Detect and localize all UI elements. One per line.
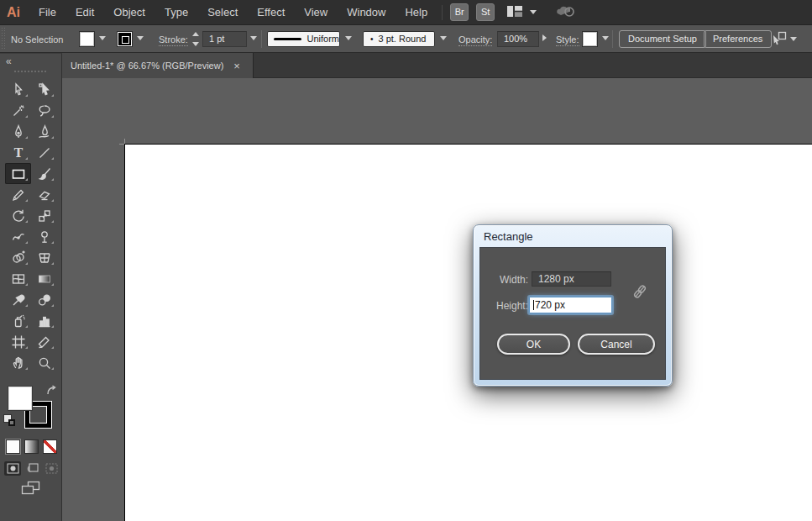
cancel-button[interactable]: Cancel bbox=[578, 334, 655, 355]
stroke-profile-chevron-icon[interactable] bbox=[345, 36, 352, 40]
stroke-weight-chevron-icon[interactable] bbox=[250, 36, 257, 40]
bridge-button[interactable]: Br bbox=[450, 3, 469, 21]
menu-window[interactable]: Window bbox=[343, 4, 390, 20]
eyedropper-tool[interactable] bbox=[5, 289, 31, 310]
brush-value: 3 pt. Round bbox=[379, 32, 427, 46]
hand-tool[interactable] bbox=[5, 352, 31, 373]
shape-builder-tool[interactable] bbox=[5, 247, 31, 268]
chevron-down-icon[interactable] bbox=[790, 37, 797, 41]
cc-sync-icon[interactable] bbox=[556, 4, 574, 21]
fill-indicator-swatch[interactable] bbox=[9, 387, 31, 409]
pencil-tool[interactable] bbox=[5, 184, 31, 205]
pen-tool[interactable] bbox=[5, 121, 31, 142]
fill-color-chevron-icon[interactable] bbox=[99, 36, 106, 40]
none-swatch-button[interactable] bbox=[43, 439, 57, 454]
menu-effect[interactable]: Effect bbox=[253, 4, 289, 20]
stroke-profile-combo[interactable]: Uniform bbox=[267, 31, 340, 47]
chevron-down-icon[interactable] bbox=[530, 10, 537, 14]
tools-panel: « T bbox=[0, 53, 62, 521]
brush-combo[interactable]: • 3 pt. Round bbox=[363, 31, 435, 47]
menu-view[interactable]: View bbox=[300, 4, 332, 20]
mesh-tool[interactable] bbox=[5, 268, 31, 289]
text-cursor bbox=[533, 300, 534, 310]
paintbrush-tool[interactable] bbox=[31, 163, 57, 184]
line-segment-tool[interactable] bbox=[31, 142, 57, 163]
artboard[interactable] bbox=[124, 144, 812, 521]
zoom-tool[interactable] bbox=[31, 352, 57, 373]
opacity-arrow-icon[interactable] bbox=[542, 34, 547, 41]
document-setup-button[interactable]: Document Setup bbox=[619, 30, 706, 48]
canvas[interactable] bbox=[62, 78, 812, 521]
stroke-color-swatch[interactable] bbox=[117, 31, 133, 47]
slice-tool[interactable] bbox=[31, 331, 57, 352]
height-label: Height: bbox=[480, 300, 528, 312]
opacity-field[interactable]: 100% bbox=[497, 31, 539, 47]
stock-button[interactable]: St bbox=[476, 3, 495, 21]
draw-behind-icon[interactable] bbox=[24, 461, 40, 476]
menu-type[interactable]: Type bbox=[160, 4, 192, 20]
eraser-tool[interactable] bbox=[31, 184, 57, 205]
gradient-swatch-button[interactable] bbox=[24, 439, 39, 454]
draw-normal-icon[interactable] bbox=[4, 461, 21, 476]
tool-grid: T bbox=[5, 79, 57, 373]
curvature-tool[interactable] bbox=[31, 121, 57, 142]
color-swatch-button[interactable] bbox=[6, 439, 20, 454]
stroke-color-chevron-icon[interactable] bbox=[137, 36, 144, 40]
brush-chevron-icon[interactable] bbox=[440, 36, 447, 40]
document-tab[interactable]: Untitled-1* @ 66.67% (RGB/Preview) × bbox=[62, 53, 254, 78]
tab-close-icon[interactable]: × bbox=[233, 61, 240, 71]
screen-mode-icon[interactable] bbox=[21, 481, 41, 500]
swap-fill-stroke-icon[interactable] bbox=[46, 385, 58, 400]
selection-tool[interactable] bbox=[5, 79, 31, 100]
style-panel-link[interactable]: Style: bbox=[556, 34, 579, 46]
ok-button[interactable]: OK bbox=[497, 334, 570, 355]
rectangle-tool[interactable] bbox=[5, 163, 31, 184]
type-tool[interactable]: T bbox=[5, 142, 31, 163]
drawing-modes-row bbox=[4, 461, 60, 476]
control-bar: No Selection Stroke: 1 pt Uniform • 3 pt… bbox=[0, 25, 812, 53]
blend-tool[interactable] bbox=[31, 289, 57, 310]
lasso-tool[interactable] bbox=[31, 100, 57, 121]
document-tab-bar: Untitled-1* @ 66.67% (RGB/Preview) × bbox=[62, 53, 812, 78]
direct-selection-tool[interactable] bbox=[31, 79, 57, 100]
menu-edit[interactable]: Edit bbox=[71, 4, 98, 20]
menu-help[interactable]: Help bbox=[401, 4, 432, 20]
width-tool-tool[interactable] bbox=[5, 226, 31, 247]
stepper-up-icon[interactable] bbox=[192, 32, 199, 36]
stroke-panel-link[interactable]: Stroke: bbox=[159, 34, 188, 46]
constrain-proportions-icon[interactable] bbox=[632, 283, 647, 303]
select-similar-control[interactable] bbox=[771, 31, 797, 46]
svg-text:T: T bbox=[13, 145, 23, 159]
menu-object[interactable]: Object bbox=[109, 4, 149, 20]
scale-tool[interactable] bbox=[31, 205, 57, 226]
width-field[interactable]: 1280 px bbox=[532, 271, 611, 287]
menu-select[interactable]: Select bbox=[203, 4, 242, 20]
brush-preview-dot: • bbox=[370, 32, 374, 46]
style-swatch[interactable] bbox=[582, 31, 598, 47]
menu-file[interactable]: File bbox=[34, 4, 60, 20]
artboard-tool[interactable] bbox=[5, 331, 31, 352]
rotate-tool[interactable] bbox=[5, 205, 31, 226]
gradient-tool[interactable] bbox=[31, 268, 57, 289]
height-field[interactable]: 720 px bbox=[529, 297, 612, 313]
collapse-panel-icon[interactable]: « bbox=[6, 55, 11, 67]
stroke-weight-field[interactable]: 1 pt bbox=[202, 31, 247, 47]
color-type-row bbox=[6, 439, 57, 454]
stroke-profile-value: Uniform bbox=[306, 32, 339, 46]
fill-color-swatch[interactable] bbox=[79, 31, 95, 47]
opacity-panel-link[interactable]: Opacity: bbox=[458, 34, 492, 46]
panel-drag-grip[interactable] bbox=[14, 70, 46, 72]
stepper-down-icon[interactable] bbox=[192, 42, 199, 46]
stroke-weight-stepper[interactable] bbox=[191, 32, 199, 46]
column-graph-tool[interactable] bbox=[31, 310, 57, 331]
style-chevron-icon[interactable] bbox=[602, 36, 609, 40]
panel-grip[interactable] bbox=[1, 27, 6, 50]
symbol-sprayer-tool[interactable] bbox=[5, 310, 31, 331]
magic-wand-tool[interactable] bbox=[5, 100, 31, 121]
perspective-grid-tool[interactable] bbox=[31, 247, 57, 268]
puppet-warp-tool[interactable] bbox=[31, 226, 57, 247]
draw-inside-icon[interactable] bbox=[43, 461, 60, 476]
default-fill-stroke-icon[interactable] bbox=[4, 415, 15, 426]
preferences-button[interactable]: Preferences bbox=[704, 30, 772, 48]
workspace-switcher-icon[interactable] bbox=[507, 5, 522, 20]
